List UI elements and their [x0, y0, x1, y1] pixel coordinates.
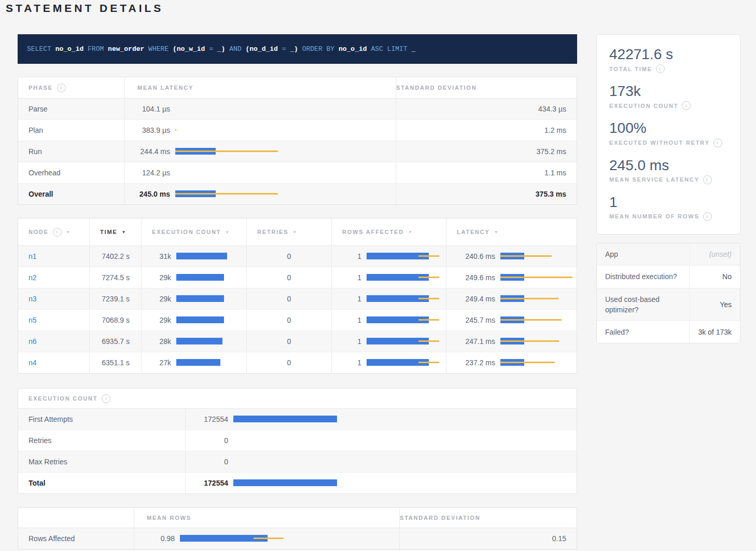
attribute-row: App(unset) [597, 243, 740, 266]
bar-value: 383.9 µs [125, 126, 170, 134]
sort-icon[interactable]: ▼ [66, 230, 71, 235]
node-column-header[interactable]: NODEi▼ [18, 218, 90, 245]
bar-value: 31k [142, 252, 171, 260]
rows-affected-bar [367, 338, 446, 345]
sql-identifier: _ [411, 45, 415, 53]
latency-bar [175, 127, 396, 134]
node-cell: n6 [18, 331, 90, 352]
sort-icon[interactable]: ▼ [121, 230, 127, 235]
stddev-bar [418, 298, 439, 299]
sort-icon[interactable]: ▼ [225, 230, 230, 235]
execution-count-cell: 27k [142, 352, 247, 373]
sql-keyword: WHERE [148, 45, 169, 53]
rows-affected-cell: 1 [332, 352, 446, 373]
retries-cell: 0 [247, 246, 332, 267]
execution-count-value-cell: 0 [186, 451, 577, 472]
summary-stat: 42271.6 sTOTAL TIMEi [609, 46, 727, 73]
bar-value: 29k [142, 316, 171, 324]
mean-bar [233, 416, 337, 422]
standard-deviation-column-label: STANDARD DEVIATION [396, 85, 477, 91]
rows-affected-cell: 1 [332, 267, 446, 288]
execution-count-cell: 31k [142, 246, 247, 267]
latency-cell: 247.1 ms [446, 331, 577, 352]
stddev-bar [500, 362, 555, 363]
node-row: n37239.1 s29k01249.4 ms [18, 288, 577, 310]
execution-count-bar [176, 295, 246, 302]
retries-column-header[interactable]: RETRIES▼ [247, 218, 332, 245]
latency-column-header[interactable]: LATENCY▼ [446, 218, 577, 245]
bar-value: 172554 [186, 479, 228, 487]
node-link[interactable]: n4 [29, 359, 37, 367]
bar-value: 28k [142, 337, 171, 346]
info-icon[interactable]: i [656, 64, 665, 73]
time-column-header[interactable]: TIME▼ [90, 218, 142, 245]
info-icon[interactable]: i [57, 84, 66, 92]
phase-row: Overall245.0 ms375.3 ms [18, 184, 577, 204]
bar-value: 0 [186, 458, 228, 466]
standard-deviation-cell: 0.15 [400, 528, 577, 549]
info-icon[interactable]: i [703, 212, 712, 221]
sort-icon[interactable]: ▼ [292, 230, 298, 235]
node-link[interactable]: n1 [29, 252, 37, 260]
node-cell: n4 [18, 352, 90, 373]
phase-row: Overhead124.2 µs1.1 ms [18, 162, 577, 184]
sql-identifier: (no_w_id [173, 45, 205, 53]
execution-count-bar [176, 359, 246, 366]
execution-count-label: Max Retries [18, 451, 186, 472]
bar-value: 237.2 ms [446, 359, 495, 367]
stddev-bar [175, 150, 278, 152]
latency-cell: 245.7 ms [446, 310, 577, 330]
phase-table-body: Parse104.1 µs434.3 µsPlan383.9 µs1.2 msR… [18, 99, 577, 204]
mean-latency-cell: 124.2 µs [125, 162, 396, 183]
info-icon[interactable]: i [713, 139, 722, 147]
statement-attributes-card: App(unset)Distributed execution?NoUsed c… [596, 243, 740, 343]
node-table-body: n17402.2 s31k01240.6 msn27274.5 s29k0124… [18, 246, 577, 373]
latency-bar [500, 274, 577, 281]
node-table-header: NODEi▼TIME▼EXECUTION COUNT▼RETRIES▼ROWS … [18, 218, 577, 246]
sort-icon[interactable]: ▼ [408, 230, 413, 235]
node-link[interactable]: n3 [29, 295, 37, 303]
sql-keyword: ORDER BY [302, 45, 334, 53]
info-icon[interactable]: i [53, 228, 62, 237]
stddev-bar [418, 255, 439, 257]
stat-value: 245.0 ms [609, 157, 727, 174]
phase-name: Overhead [18, 162, 125, 183]
sort-icon[interactable]: ▼ [494, 230, 499, 235]
latency-cell: 240.6 ms [446, 246, 577, 267]
rows-affected-bar [367, 359, 446, 366]
rows-affected-cell: 1 [332, 310, 446, 330]
bar-value: 249.4 ms [446, 295, 495, 303]
stat-label: EXECUTION COUNTi [609, 101, 727, 110]
node-row: n27274.5 s29k01249.6 ms [18, 267, 577, 288]
node-row: n46351.1 s27k01237.2 ms [18, 352, 577, 373]
bar-value: 245.0 ms [125, 190, 170, 198]
standard-deviation-cell: 1.2 ms [396, 120, 577, 141]
node-link[interactable]: n2 [29, 273, 37, 282]
stat-label-text: EXECUTED WITHOUT RETRY [609, 140, 710, 146]
info-icon[interactable]: i [682, 101, 691, 110]
rows-affected-table: MEAN ROWS STANDARD DEVIATION Rows Affect… [18, 507, 577, 549]
latency-bar [175, 105, 396, 113]
stddev-bar [175, 193, 278, 195]
node-link[interactable]: n5 [29, 316, 37, 324]
summary-stat: 1MEAN NUMBER OF ROWSi [609, 194, 727, 221]
attribute-row: Used cost-based optimizer?Yes [597, 288, 740, 322]
exec-column-label: EXECUTION COUNT [152, 229, 221, 235]
info-icon[interactable]: i [102, 394, 110, 403]
stddev-bar [418, 340, 439, 342]
mean-bar [176, 316, 224, 323]
rows-column-header[interactable]: ROWS AFFECTED▼ [332, 218, 446, 245]
info-icon[interactable]: i [703, 175, 712, 184]
bar-value: 124.2 µs [125, 169, 170, 177]
mean-bar [176, 338, 222, 345]
execution-count-value-cell: 172554 [186, 409, 577, 430]
latency-bar [500, 316, 577, 324]
stat-label: MEAN NUMBER OF ROWSi [609, 212, 727, 221]
exec-column-header[interactable]: EXECUTION COUNT▼ [142, 218, 247, 245]
bar-value: 27k [142, 359, 171, 367]
latency-bar [175, 169, 396, 176]
node-link[interactable]: n6 [29, 337, 37, 346]
node-row: n57068.9 s29k01245.7 ms [18, 310, 577, 331]
attribute-value: No [689, 266, 740, 287]
sql-identifier: _) [290, 45, 298, 53]
